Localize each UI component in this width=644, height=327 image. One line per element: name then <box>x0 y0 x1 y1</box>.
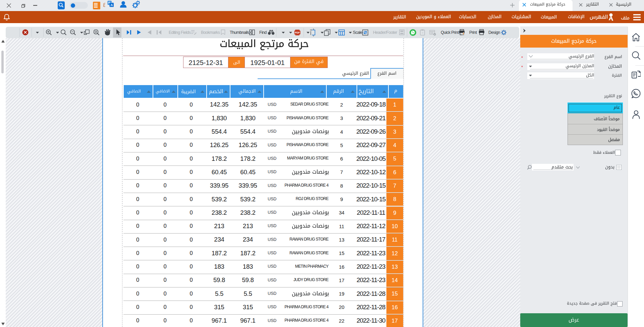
svg-text:PDF: PDF <box>295 31 300 34</box>
svg-text:?: ? <box>422 31 423 35</box>
svg-text:A: A <box>110 3 113 7</box>
